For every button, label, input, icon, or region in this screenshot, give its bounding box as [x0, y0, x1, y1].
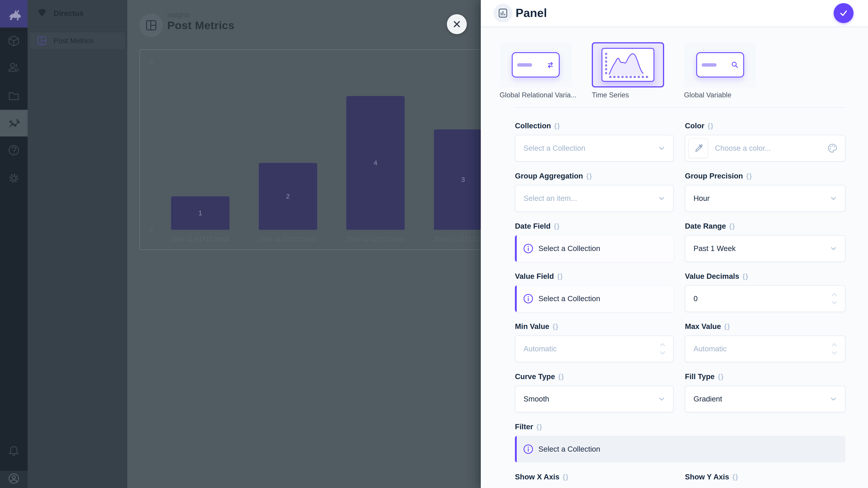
panel-type-card-timeseries[interactable]	[592, 42, 664, 88]
raw-value-icon[interactable]: {}	[718, 373, 724, 381]
field-label: Value Field {}	[515, 272, 674, 281]
raw-value-icon[interactable]: {}	[742, 272, 748, 280]
palette-icon[interactable]	[827, 143, 838, 153]
x-axis-tick: 2024-11-03T12:00:00	[259, 236, 317, 243]
bar-value-label: 2	[286, 193, 290, 200]
insights-module-icon[interactable]	[7, 117, 20, 129]
stepper-up-icon[interactable]	[831, 342, 838, 348]
project-chooser[interactable]: Directus	[28, 0, 127, 26]
raw-value-icon[interactable]: {}	[586, 172, 592, 180]
raw-value-icon[interactable]: {}	[746, 172, 752, 180]
bar-value-label: 3	[461, 176, 465, 184]
y-axis-tick: 0	[141, 226, 153, 233]
bar-chart-icon	[498, 8, 508, 18]
field-label-text: Date Field	[515, 222, 551, 230]
value-field-notice[interactable]: Select a Collection	[515, 285, 674, 312]
help-module-icon[interactable]	[7, 144, 20, 157]
field-label: Date Field {}	[515, 222, 674, 231]
curve-type-select[interactable]: Smooth	[515, 386, 674, 412]
users-module-icon[interactable]	[7, 61, 20, 74]
field-label: Fill Type {}	[685, 372, 845, 381]
select-value: Gradient	[693, 395, 722, 403]
stepper-down-icon[interactable]	[831, 350, 838, 356]
number-value: Automatic	[693, 345, 727, 353]
value-decimals-input[interactable]: 0	[685, 285, 845, 312]
field-label: Color {}	[685, 121, 845, 130]
stepper-up-icon[interactable]	[831, 292, 838, 297]
account-avatar-icon[interactable]	[7, 472, 20, 485]
raw-value-icon[interactable]: {}	[558, 373, 564, 381]
info-icon	[523, 243, 533, 254]
field-label: Curve Type {}	[515, 372, 674, 381]
chevron-down-icon	[658, 144, 665, 152]
raw-value-icon[interactable]: {}	[554, 222, 560, 230]
number-value: 0	[693, 294, 698, 303]
max-value-input[interactable]: Automatic	[685, 335, 845, 362]
x-axis-tick: 2024-11-12T12:00:00	[346, 236, 405, 243]
time-series-card-art	[601, 48, 654, 82]
number-stepper[interactable]	[831, 336, 839, 362]
bar-value-label: 1	[198, 209, 202, 217]
directus-logo[interactable]	[0, 0, 28, 28]
swap-arrows-icon	[547, 61, 554, 69]
field-min-value: Min Value {}Automatic	[515, 322, 674, 362]
dashboard-title-button[interactable]	[140, 13, 163, 37]
color-input[interactable]: Choose a color...	[685, 135, 845, 162]
close-drawer-button[interactable]	[447, 14, 467, 34]
panel-type-global-variable: Global Variable	[684, 42, 756, 99]
panel-type-card-variable[interactable]	[684, 42, 756, 88]
field-label-text: Filter	[515, 422, 533, 431]
sidebar-item-post-metrics[interactable]: Post Metrics	[30, 32, 125, 49]
breadcrumb[interactable]: Insights	[167, 11, 190, 19]
project-logo-icon	[37, 8, 47, 18]
raw-value-icon[interactable]: {}	[536, 423, 542, 431]
field-label: Min Value {}	[515, 322, 674, 331]
filter-notice[interactable]: Select a Collection	[515, 436, 845, 462]
raw-value-icon[interactable]: {}	[733, 473, 739, 481]
save-button[interactable]	[834, 3, 854, 23]
raw-value-icon[interactable]: {}	[554, 122, 560, 130]
panel-editor-drawer: Panel Global Relational Varia... Time Se…	[481, 0, 868, 488]
field-label: Group Aggregation {}	[515, 171, 674, 181]
content-module-icon[interactable]	[7, 35, 20, 47]
notice-text: Select a Collection	[538, 445, 600, 453]
fill-type-select[interactable]: Gradient	[685, 386, 845, 412]
group-precision-select[interactable]: Hour	[685, 185, 845, 212]
group-aggregation-select[interactable]: Select an item...	[515, 185, 674, 212]
number-stepper[interactable]	[831, 286, 839, 312]
stepper-down-icon[interactable]	[831, 300, 838, 306]
raw-value-icon[interactable]: {}	[563, 473, 569, 481]
raw-value-icon[interactable]: {}	[553, 323, 559, 330]
panel-type-card-relational[interactable]	[500, 42, 572, 88]
raw-value-icon[interactable]: {}	[724, 323, 730, 330]
files-module-icon[interactable]	[7, 89, 20, 102]
settings-module-icon[interactable]	[7, 172, 20, 185]
raw-value-icon[interactable]: {}	[729, 222, 735, 230]
notifications-bell-icon[interactable]	[7, 445, 20, 457]
field-show-x-axis: Show X Axis {}	[515, 473, 674, 486]
stepper-down-icon[interactable]	[659, 350, 666, 356]
stepper-up-icon[interactable]	[659, 342, 666, 348]
field-label-text: Date Range	[685, 222, 726, 230]
eyedropper-button[interactable]	[688, 138, 708, 158]
date-range-select[interactable]: Past 1 Week	[685, 235, 845, 262]
field-label: Filter {}	[515, 422, 845, 431]
field-filter: Filter {}Select a Collection	[515, 422, 845, 462]
field-label: Group Precision {}	[685, 171, 845, 181]
raw-value-icon[interactable]: {}	[708, 122, 714, 130]
field-label: Date Range {}	[685, 222, 845, 231]
date-field-notice[interactable]: Select a Collection	[515, 235, 674, 262]
raw-value-icon[interactable]: {}	[557, 272, 563, 280]
panel-type-list: Global Relational Varia... Time Series G…	[500, 42, 845, 99]
chevron-down-icon	[658, 195, 665, 202]
field-label-text: Max Value	[685, 322, 721, 331]
color-placeholder: Choose a color...	[715, 144, 771, 153]
panel-type-global-relational-varia: Global Relational Varia...	[500, 42, 572, 99]
y-axis-tick: 5	[141, 59, 153, 66]
field-date-range: Date Range {}Past 1 Week	[685, 222, 845, 262]
min-value-input[interactable]: Automatic	[515, 335, 674, 362]
collection-select[interactable]: Select a Collection	[515, 135, 674, 162]
sidebar-item-label: Post Metrics	[54, 32, 93, 49]
number-stepper[interactable]	[659, 336, 667, 362]
field-label-text: Curve Type	[515, 372, 555, 381]
